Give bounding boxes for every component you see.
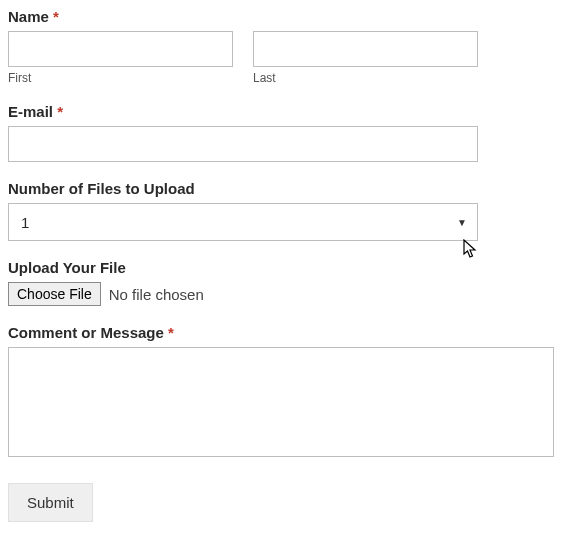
last-name-col: Last — [253, 31, 478, 85]
name-field: Name * First Last — [8, 8, 554, 85]
first-name-sublabel: First — [8, 71, 233, 85]
mouse-cursor-icon — [463, 239, 479, 259]
comment-textarea[interactable] — [8, 347, 554, 457]
files-count-field: Number of Files to Upload 1 ▼ — [8, 180, 554, 241]
files-count-selected-value: 1 — [21, 214, 29, 231]
required-asterisk: * — [53, 8, 59, 25]
files-count-label: Number of Files to Upload — [8, 180, 554, 197]
submit-button[interactable]: Submit — [8, 483, 93, 522]
comment-field: Comment or Message * — [8, 324, 554, 457]
upload-label: Upload Your File — [8, 259, 554, 276]
chevron-down-icon: ▼ — [457, 217, 467, 228]
comment-label-text: Comment or Message — [8, 324, 164, 341]
first-name-input[interactable] — [8, 31, 233, 67]
required-asterisk: * — [168, 324, 174, 341]
last-name-sublabel: Last — [253, 71, 478, 85]
name-label: Name * — [8, 8, 554, 25]
file-input-row: Choose File No file chosen — [8, 282, 554, 306]
choose-file-button[interactable]: Choose File — [8, 282, 101, 306]
email-input[interactable] — [8, 126, 478, 162]
email-label-text: E-mail — [8, 103, 53, 120]
comment-label: Comment or Message * — [8, 324, 554, 341]
first-name-col: First — [8, 31, 233, 85]
required-asterisk: * — [57, 103, 63, 120]
files-count-select[interactable]: 1 ▼ — [8, 203, 478, 241]
email-field: E-mail * — [8, 103, 554, 162]
file-status-text: No file chosen — [109, 286, 204, 303]
submit-row: Submit — [8, 483, 554, 522]
last-name-input[interactable] — [253, 31, 478, 67]
name-label-text: Name — [8, 8, 49, 25]
upload-field: Upload Your File Choose File No file cho… — [8, 259, 554, 306]
name-inputs-row: First Last — [8, 31, 478, 85]
email-label: E-mail * — [8, 103, 554, 120]
